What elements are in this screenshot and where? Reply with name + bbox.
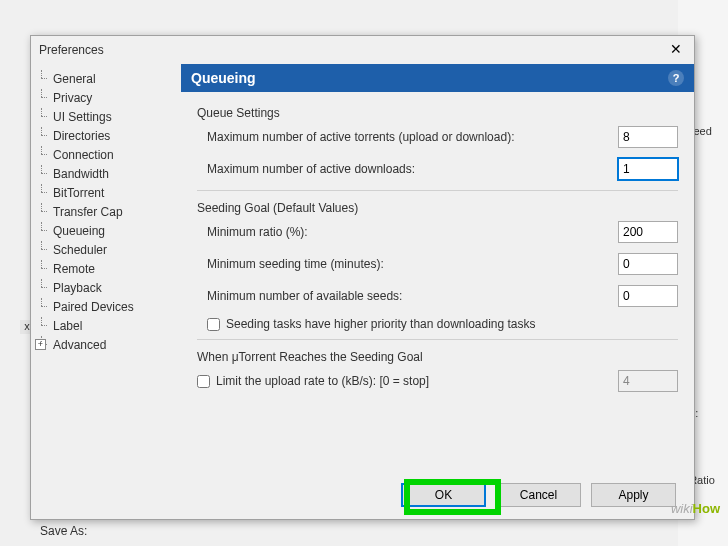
- tree-item-general[interactable]: General: [35, 70, 177, 89]
- goal-reached-label: When μTorrent Reaches the Seeding Goal: [197, 350, 678, 364]
- separator: [197, 190, 678, 191]
- max-active-torrents-input[interactable]: [618, 126, 678, 148]
- min-seeding-time-input[interactable]: [618, 253, 678, 275]
- min-available-seeds-label: Minimum number of available seeds:: [207, 289, 618, 303]
- max-active-torrents-label: Maximum number of active torrents (uploa…: [207, 130, 618, 144]
- tree-item-advanced-label: Advanced: [53, 338, 106, 352]
- tree-item-label[interactable]: Label: [35, 317, 177, 336]
- tree-item-advanced[interactable]: + Advanced: [35, 336, 177, 355]
- seeding-priority-checkbox[interactable]: [207, 318, 220, 331]
- tree-item-bittorrent[interactable]: BitTorrent: [35, 184, 177, 203]
- queue-settings-label: Queue Settings: [197, 106, 678, 120]
- tree-item-bandwidth[interactable]: Bandwidth: [35, 165, 177, 184]
- seeding-goal-label: Seeding Goal (Default Values): [197, 201, 678, 215]
- max-active-downloads-input[interactable]: [618, 158, 678, 180]
- tree-item-ui-settings[interactable]: UI Settings: [35, 108, 177, 127]
- seeding-priority-label: Seeding tasks have higher priority than …: [226, 317, 536, 331]
- dialog-footer: OK Cancel Apply: [401, 483, 676, 507]
- cancel-button[interactable]: Cancel: [496, 483, 581, 507]
- separator: [197, 339, 678, 340]
- ok-button[interactable]: OK: [401, 483, 486, 507]
- max-active-downloads-label: Maximum number of active downloads:: [207, 162, 618, 176]
- content-panel: Queueing ? Queue Settings Maximum number…: [181, 64, 694, 474]
- dialog-title: Preferences: [39, 43, 666, 57]
- tree-item-connection[interactable]: Connection: [35, 146, 177, 165]
- tree-item-privacy[interactable]: Privacy: [35, 89, 177, 108]
- tree-item-paired-devices[interactable]: Paired Devices: [35, 298, 177, 317]
- min-ratio-input[interactable]: [618, 221, 678, 243]
- section-header: Queueing ?: [181, 64, 694, 92]
- limit-upload-label: Limit the upload rate to (kB/s): [0 = st…: [216, 374, 618, 388]
- tree-item-directories[interactable]: Directories: [35, 127, 177, 146]
- limit-upload-checkbox[interactable]: [197, 375, 210, 388]
- expand-icon[interactable]: +: [35, 339, 46, 350]
- min-available-seeds-input[interactable]: [618, 285, 678, 307]
- section-title: Queueing: [191, 70, 256, 86]
- close-icon[interactable]: ✕: [666, 40, 686, 60]
- save-as-label: Save As:: [40, 524, 87, 538]
- category-tree: General Privacy UI Settings Directories …: [31, 64, 181, 474]
- preferences-dialog: Preferences ✕ General Privacy UI Setting…: [30, 35, 695, 520]
- tree-item-playback[interactable]: Playback: [35, 279, 177, 298]
- min-seeding-time-label: Minimum seeding time (minutes):: [207, 257, 618, 271]
- dialog-titlebar: Preferences ✕: [31, 36, 694, 64]
- tree-item-scheduler[interactable]: Scheduler: [35, 241, 177, 260]
- limit-upload-input: [618, 370, 678, 392]
- watermark: wikiHow: [671, 501, 720, 516]
- tree-item-remote[interactable]: Remote: [35, 260, 177, 279]
- tree-item-queueing[interactable]: Queueing: [35, 222, 177, 241]
- tree-item-transfer-cap[interactable]: Transfer Cap: [35, 203, 177, 222]
- min-ratio-label: Minimum ratio (%):: [207, 225, 618, 239]
- apply-button[interactable]: Apply: [591, 483, 676, 507]
- help-icon[interactable]: ?: [668, 70, 684, 86]
